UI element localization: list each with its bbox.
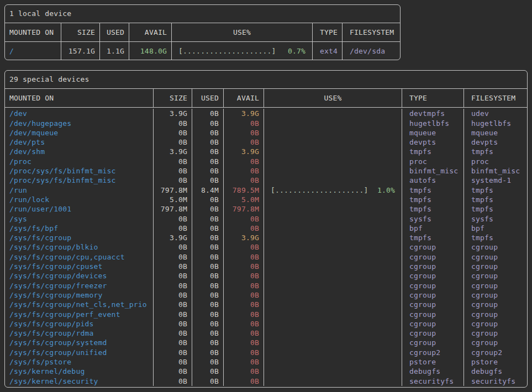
device-row: /157.1G1.1G148.0G[....................]0… (5, 42, 400, 60)
size-cell: 0B (154, 252, 192, 262)
device-row: /sys/fs/cgroup/unified0B0B0Bcgroup2cgrou… (5, 348, 527, 357)
type-cell: sysfs (402, 214, 464, 224)
used-cell: 0B (192, 204, 224, 214)
usage-bar-cell (264, 252, 402, 262)
filesystem-cell: devpts (464, 137, 527, 147)
usage-bar-cell (264, 319, 402, 329)
filesystem-cell: cgroup2 (464, 348, 527, 357)
device-row: /sys/fs/cgroup/memory0B0B0Bcgroupcgroup (5, 290, 527, 300)
terminal-output: 1 local device MOUNTED ONSIZEUSEDAVAILUS… (0, 0, 532, 392)
type-cell: cgroup (402, 271, 464, 280)
usage-bar-cell: [....................]0.7% (172, 42, 313, 60)
mount-path-cell: /dev/hugepages (5, 119, 154, 128)
usage-bar-cell (264, 147, 402, 156)
mount-path-cell: /sys/kernel/security (5, 377, 154, 386)
table-body: /157.1G1.1G148.0G[....................]0… (5, 42, 400, 60)
mount-path-cell: /sys/fs/cgroup/cpuset (5, 262, 154, 271)
mount-path-cell: / (5, 42, 61, 60)
type-cell: cgroup (402, 310, 464, 319)
device-row: /run/lock5.0M0B5.0Mtmpfstmpfs (5, 195, 527, 204)
size-cell: 3.9G (154, 147, 192, 156)
device-row: /sys/fs/cgroup/perf_event0B0B0Bcgroupcgr… (5, 310, 527, 319)
mount-path-cell: /sys/fs/cgroup/rdma (5, 329, 154, 338)
avail-cell: 0B (224, 262, 264, 271)
mount-path-cell: /sys/fs/bpf (5, 224, 154, 233)
filesystem-cell: systemd-1 (464, 176, 527, 185)
column-header-mounted-on: MOUNTED ON (5, 23, 61, 41)
type-cell: ext4 (313, 42, 343, 60)
mount-path-cell: /sys/fs/cgroup (5, 233, 154, 242)
used-cell: 0B (192, 224, 224, 233)
usage-bar-cell (264, 233, 402, 242)
device-row: /proc/sys/fs/binfmt_misc0B0B0Bbinfmt_mis… (5, 166, 527, 176)
used-cell: 0B (192, 310, 224, 319)
column-header-filesystem: FILESYSTEM (464, 89, 527, 107)
type-cell: mqueue (402, 128, 464, 137)
filesystem-cell: tmpfs (464, 147, 527, 156)
avail-cell: 0B (224, 338, 264, 347)
device-row: /sys/fs/cgroup/systemd0B0B0Bcgroupcgroup (5, 338, 527, 347)
mount-path-cell: /run/user/1001 (5, 204, 154, 214)
type-cell: cgroup (402, 281, 464, 290)
size-cell: 0B (154, 166, 192, 176)
column-header-mounted-on: MOUNTED ON (5, 89, 154, 107)
type-cell: cgroup (402, 319, 464, 329)
used-cell: 8.4M (192, 186, 224, 195)
filesystem-cell: udev (464, 109, 527, 118)
mount-path-cell: /sys/fs/cgroup/unified (5, 348, 154, 357)
type-cell: tmpfs (402, 195, 464, 204)
usage-bar-cell (264, 224, 402, 233)
device-row: /dev/pts0B0B0Bdevptsdevpts (5, 137, 527, 147)
size-cell: 0B (154, 348, 192, 357)
avail-cell: 797.8M (224, 204, 264, 214)
type-cell: securityfs (402, 377, 464, 386)
device-row: /run/user/1001797.8M0B797.8Mtmpfstmpfs (5, 204, 527, 214)
device-row: /sys0B0B0Bsysfssysfs (5, 214, 527, 224)
device-row: /sys/fs/cgroup/blkio0B0B0Bcgroupcgroup (5, 242, 527, 252)
type-cell: pstore (402, 357, 464, 367)
filesystem-cell: hugetlbfs (464, 119, 527, 128)
type-cell: bpf (402, 224, 464, 233)
type-cell: binfmt_misc (402, 166, 464, 176)
usage-bar-cell: [....................]1.0% (264, 186, 402, 195)
avail-cell: 3.9G (224, 233, 264, 242)
type-cell: cgroup (402, 338, 464, 347)
avail-cell: 0B (224, 329, 264, 338)
usage-bar-cell (264, 242, 402, 252)
type-cell: tmpfs (402, 233, 464, 242)
avail-cell: 148.0G (129, 42, 172, 60)
filesystem-cell: cgroup (464, 329, 527, 338)
size-cell: 0B (154, 329, 192, 338)
usage-bar: [....................] (178, 46, 276, 56)
used-cell: 0B (192, 329, 224, 338)
size-cell: 5.0M (154, 195, 192, 204)
used-cell: 0B (192, 119, 224, 128)
size-cell: 0B (154, 357, 192, 367)
avail-cell: 0B (224, 157, 264, 166)
avail-cell: 0B (224, 281, 264, 290)
size-cell: 0B (154, 338, 192, 347)
size-cell: 0B (154, 281, 192, 290)
size-cell: 0B (154, 214, 192, 224)
avail-cell: 789.5M (224, 186, 264, 195)
usage-bar-cell (264, 367, 402, 376)
avail-cell: 0B (224, 271, 264, 280)
size-cell: 0B (154, 300, 192, 309)
size-cell: 0B (154, 119, 192, 128)
used-cell: 0B (192, 348, 224, 357)
filesystem-cell: cgroup (464, 271, 527, 280)
usage-percent: 0.7% (288, 46, 305, 56)
used-cell: 0B (192, 166, 224, 176)
device-row: /sys/fs/cgroup/rdma0B0B0Bcgroupcgroup (5, 329, 527, 338)
special-devices-table: 29 special devices MOUNTED ONSIZEUSEDAVA… (4, 70, 528, 388)
device-row: /sys/fs/pstore0B0B0Bpstorepstore (5, 357, 527, 367)
filesystem-cell: pstore (464, 357, 527, 367)
usage-bar-cell (264, 137, 402, 147)
mount-path-cell: /sys/fs/cgroup/net_cls,net_prio (5, 300, 154, 309)
filesystem-cell: cgroup (464, 262, 527, 271)
filesystem-cell: tmpfs (464, 195, 527, 204)
size-cell: 0B (154, 128, 192, 137)
avail-cell: 0B (224, 166, 264, 176)
avail-cell: 0B (224, 367, 264, 376)
size-cell: 0B (154, 377, 192, 386)
